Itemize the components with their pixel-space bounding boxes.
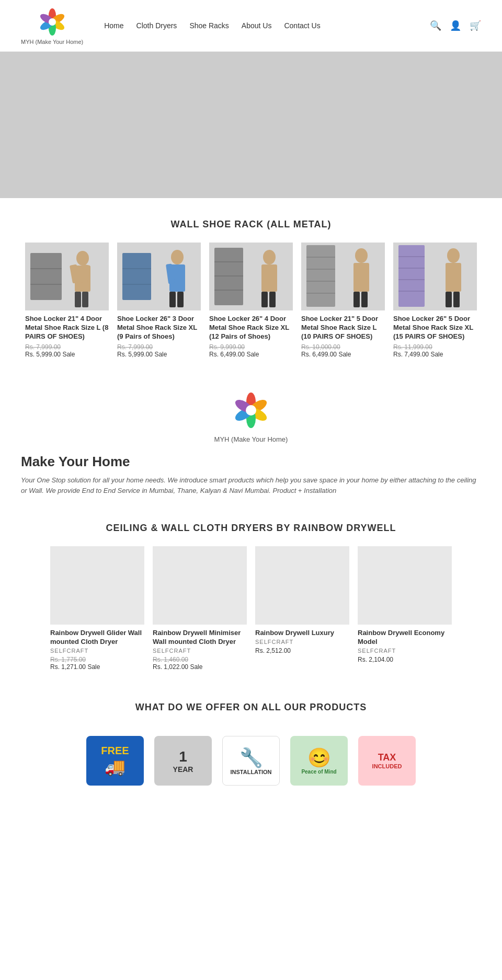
svg-point-61 <box>246 405 256 416</box>
logo-icon <box>37 6 68 38</box>
warranty-label: YEAR <box>173 765 193 774</box>
dryer-img-4 <box>358 546 452 625</box>
header: MYH (Make Your Home) Home Cloth Dryers S… <box>0 0 502 52</box>
shoe-rack-sale-price-4: Rs. 6,499.00 Sale <box>301 351 385 358</box>
shoe-rack-img-2 <box>117 243 201 310</box>
warranty-number: 1 <box>179 748 187 765</box>
search-icon[interactable]: 🔍 <box>430 20 441 31</box>
dryer-price-3: Rs. 2,512.00 <box>255 647 349 654</box>
svg-rect-32 <box>261 264 277 292</box>
shoe-rack-name-2: Shoe Locker 26" 3 Door Metal Shoe Rack S… <box>117 315 201 341</box>
nav-about-us[interactable]: About Us <box>242 21 272 30</box>
shoe-rack-sale-price-2: Rs. 5,999.00 Sale <box>117 351 201 358</box>
svg-point-31 <box>263 250 276 264</box>
dryer-original-2: Rs. 1,460.00 <box>153 656 247 663</box>
nav-home[interactable]: Home <box>104 21 123 30</box>
installation-icon: 🔧 <box>239 747 263 769</box>
dryer-img-3 <box>255 546 349 625</box>
nav-cloth-dryers[interactable]: Cloth Dryers <box>136 21 177 30</box>
svg-rect-27 <box>214 248 243 305</box>
dryer-brand-1: SELFCRAFT <box>50 648 144 654</box>
shoe-rack-card-2[interactable]: Shoe Locker 26" 3 Door Metal Shoe Rack S… <box>117 243 201 358</box>
peace-label: Peace of Mind <box>301 769 336 775</box>
svg-point-41 <box>355 248 368 263</box>
shoe-rack-original-price-5: Rs. 11,999.00 <box>393 343 477 351</box>
offer-free-delivery: FREE 🚚 <box>86 736 144 786</box>
dryer-card-3[interactable]: Rainbow Drywell Luxury SELFCRAFT Rs. 2,5… <box>255 546 349 671</box>
dryer-card-4[interactable]: Rainbow Drywell Economy Model SELFCRAFT … <box>358 546 452 671</box>
svg-rect-52 <box>446 263 461 292</box>
svg-point-11 <box>76 251 89 266</box>
shoe-rack-original-price-2: Rs. 7,999.00 <box>117 343 201 351</box>
cart-icon[interactable]: 🛒 <box>470 20 481 31</box>
shoe-rack-sale-price-1: Rs. 5,999.00 Sale <box>25 351 109 358</box>
svg-point-21 <box>171 250 184 264</box>
svg-rect-18 <box>122 253 151 300</box>
brand-section: MYH (Make Your Home) Make Your Home Your… <box>0 389 502 502</box>
shoe-rack-sale-price-3: Rs. 6,499.00 Sale <box>209 351 293 358</box>
dryer-card-1[interactable]: Rainbow Drywell Glider Wall mounted Clot… <box>50 546 144 671</box>
dryer-name-3: Rainbow Drywell Luxury <box>255 629 349 638</box>
svg-rect-54 <box>453 292 460 307</box>
shoe-rack-original-price-4: Rs. 10,000.00 <box>301 343 385 351</box>
peace-icon: 😊 <box>307 747 331 769</box>
shoe-rack-card-1[interactable]: Shoe Locker 21" 4 Door Metal Shoe Rack S… <box>25 243 109 358</box>
dryer-card-2[interactable]: Rainbow Drywell Minimiser Wall mounted C… <box>153 546 247 671</box>
tax-included-label: INCLUDED <box>372 763 402 769</box>
svg-rect-34 <box>269 292 276 307</box>
offers-section: WHAT DO WE OFFER ON ALL OUR PRODUCTS FRE… <box>0 702 502 796</box>
cloth-dryers-section: CEILING & WALL CLOTH DRYERS BY RAINBOW D… <box>0 523 502 671</box>
shoe-rack-card-3[interactable]: Shoe Locker 26" 4 Door Metal Shoe Rack S… <box>209 243 293 358</box>
svg-rect-44 <box>361 292 368 307</box>
shoe-rack-card-4[interactable]: Shoe Locker 21" 5 Door Metal Shoe Rack S… <box>301 243 385 358</box>
free-text: FREE <box>101 745 129 757</box>
offer-warranty: 1 YEAR <box>154 736 212 786</box>
svg-rect-8 <box>30 253 62 300</box>
dryer-name-2: Rainbow Drywell Minimiser Wall mounted C… <box>153 629 247 647</box>
dryer-name-1: Rainbow Drywell Glider Wall mounted Clot… <box>50 629 144 647</box>
wall-shoe-rack-title: WALL SHOE RACK (ALL METAL) <box>0 219 502 230</box>
shoe-rack-product-grid: Shoe Locker 21" 4 Door Metal Shoe Rack S… <box>0 243 502 358</box>
shoe-rack-img-3 <box>209 243 293 310</box>
svg-rect-25 <box>177 292 184 307</box>
shoe-rack-name-3: Shoe Locker 26" 4 Door Metal Shoe Rack S… <box>209 315 293 341</box>
logo-text: MYH (Make Your Home) <box>21 39 83 45</box>
login-icon[interactable]: 👤 <box>450 20 461 31</box>
dryer-sale-2: Rs. 1,022.00 Sale <box>153 663 247 671</box>
dryer-sale-1: Rs. 1,271.00 Sale <box>50 663 144 671</box>
shoe-rack-card-5[interactable]: Shoe Locker 26" 5 Door Metal Shoe Rack S… <box>393 243 477 358</box>
tax-label: TAX <box>378 752 396 763</box>
brand-logo-icon <box>230 389 272 431</box>
nav-shoe-racks[interactable]: Shoe Racks <box>189 21 229 30</box>
brand-name: MYH (Make Your Home) <box>0 435 502 443</box>
dryer-brand-3: SELFCRAFT <box>255 639 349 645</box>
svg-rect-43 <box>353 292 360 307</box>
header-icons: 🔍 👤 🛒 <box>430 20 481 31</box>
wall-shoe-rack-section: WALL SHOE RACK (ALL METAL) <box>0 219 502 358</box>
cloth-dryers-grid: Rainbow Drywell Glider Wall mounted Clot… <box>0 546 502 671</box>
offer-installation: 🔧 INSTALLATION <box>222 736 280 786</box>
svg-rect-33 <box>261 292 268 307</box>
svg-point-51 <box>447 248 460 263</box>
dryer-brand-2: SELFCRAFT <box>153 648 247 654</box>
shoe-rack-img-1 <box>25 243 109 310</box>
shoe-rack-img-4 <box>301 243 385 310</box>
dryer-img-1 <box>50 546 144 625</box>
brand-description: Your One Stop solution for all your home… <box>0 470 502 502</box>
svg-rect-24 <box>169 292 176 307</box>
svg-rect-46 <box>398 245 425 307</box>
shoe-rack-name-1: Shoe Locker 21" 4 Door Metal Shoe Rack S… <box>25 315 109 341</box>
offers-title: WHAT DO WE OFFER ON ALL OUR PRODUCTS <box>0 702 502 713</box>
svg-rect-36 <box>306 245 335 307</box>
dryer-brand-4: SELFCRAFT <box>358 648 452 654</box>
shoe-rack-original-price-1: Rs. 7,999.00 <box>25 343 109 351</box>
hero-banner <box>0 52 502 198</box>
svg-rect-15 <box>75 292 81 307</box>
svg-rect-53 <box>446 292 452 307</box>
svg-rect-16 <box>82 292 88 307</box>
shoe-rack-sale-price-5: Rs. 7,499.00 Sale <box>393 351 477 358</box>
dryer-original-1: Rs. 1,775.00 <box>50 656 144 663</box>
offer-tax-included: TAX INCLUDED <box>358 736 416 786</box>
svg-rect-42 <box>353 263 369 292</box>
nav-contact-us[interactable]: Contact Us <box>284 21 320 30</box>
